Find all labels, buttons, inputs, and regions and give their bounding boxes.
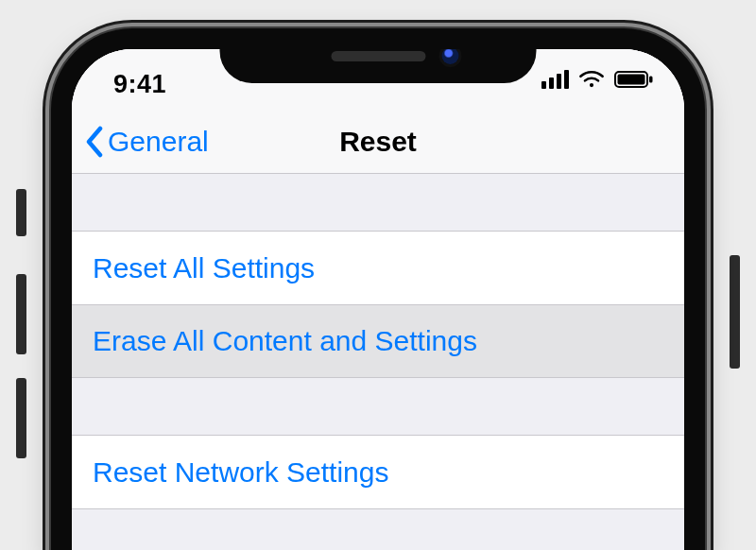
row-label: Erase All Content and Settings — [93, 325, 477, 357]
status-time: 9:41 — [113, 70, 166, 99]
svg-rect-1 — [618, 75, 645, 85]
front-camera — [442, 47, 459, 64]
side-button-vol-down — [16, 378, 26, 458]
wifi-icon — [578, 70, 605, 89]
row-label: Reset Network Settings — [93, 456, 388, 489]
settings-group-2: Reset Network Settings — [72, 435, 684, 509]
notch — [220, 28, 537, 83]
back-label: General — [108, 126, 209, 158]
cellular-icon — [541, 70, 569, 89]
back-button[interactable]: General — [85, 126, 209, 158]
svg-rect-2 — [649, 77, 653, 83]
section-gap — [72, 174, 684, 231]
battery-icon — [614, 70, 654, 89]
row-erase-all-content[interactable]: Erase All Content and Settings — [72, 304, 684, 377]
side-button-silence — [16, 189, 26, 236]
side-button-vol-up — [16, 274, 26, 354]
section-gap — [72, 378, 684, 435]
nav-bar: General Reset — [72, 110, 684, 174]
page-title: Reset — [339, 126, 417, 158]
status-indicators — [541, 70, 654, 89]
chevron-left-icon — [85, 126, 104, 158]
iphone-frame: 9:41 — [51, 28, 705, 550]
row-reset-network-settings[interactable]: Reset Network Settings — [72, 436, 684, 508]
side-button-power — [730, 255, 740, 369]
row-label: Reset All Settings — [93, 252, 315, 284]
screen: 9:41 — [72, 49, 684, 550]
row-reset-all-settings[interactable]: Reset All Settings — [72, 232, 684, 304]
settings-group-1: Reset All Settings Erase All Content and… — [72, 231, 684, 378]
speaker-grille — [331, 51, 425, 61]
